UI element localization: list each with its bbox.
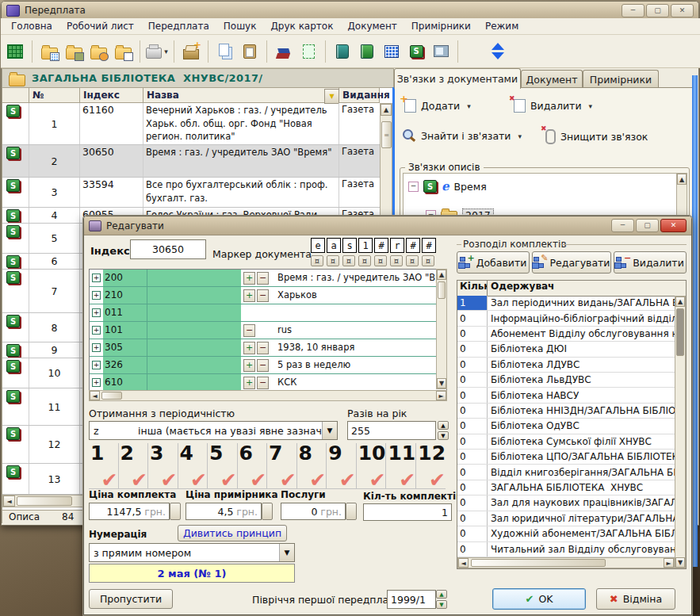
folder-page-button[interactable] [112,40,134,63]
remove-subfield-button[interactable]: − [257,342,269,354]
price-calc-button[interactable] [262,503,273,520]
marc-vscrollbar[interactable]: ▲ ▼ [436,269,447,389]
marc-value[interactable]: 5 раз в неделю [274,357,446,373]
dist-row[interactable]: 0Бібліотека ОдУВС [457,419,675,434]
month-1-checkbox[interactable]: 1✔ [89,443,119,488]
dist-row[interactable]: 0Інформаційно-бібліографічний відділ/З [457,311,675,326]
month-2-checkbox[interactable]: 2✔ [119,443,149,488]
spin-up-button[interactable]: ▲ [436,590,447,599]
table-row[interactable]: S230650Время : газ. / учредитель ЗАО "Вр… [2,145,380,178]
add-subfield-button[interactable]: + [243,272,255,285]
vscroll-thumb[interactable]: ≡ [381,121,392,148]
dist-hscrollbar[interactable]: ◄ ► [457,557,675,568]
marc-row-610[interactable]: +610+−КСК [90,374,446,392]
copy-button[interactable] [214,40,236,63]
price-field[interactable]: 0грн. [281,503,346,520]
scroll-up-arrow[interactable]: ▲ [381,104,392,116]
remove-subfield-button[interactable]: − [243,324,255,337]
hscroll-thumb[interactable] [17,496,72,506]
expand-icon[interactable]: + [92,274,101,282]
dist-row[interactable]: 0Читальний зал Відділу обслуговування н [457,542,675,557]
marker-button-5[interactable]: ¤ [374,255,387,266]
expand-icon[interactable]: + [92,361,101,369]
month-6-checkbox[interactable]: 6✔ [238,443,268,488]
dist-row[interactable]: 0Бібліотека ННІЗДН/ЗАГАЛЬНА БІБЛІОТЕК [457,404,675,419]
month-11-checkbox[interactable]: 11✔ [386,443,416,488]
marc-hscrollbar[interactable]: ◄ ► [89,390,447,401]
view-principle-button[interactable]: Дивитись принцип [178,525,287,541]
menu-item-5[interactable]: Друк карток [263,19,340,33]
find-and-link-button[interactable]: Знайти і зв'язати ▾ [403,129,522,143]
dist-row[interactable]: 0Абонемент Відділу обслуговування наук [457,327,675,342]
scroll-down-arrow[interactable]: ▼ [437,378,446,388]
expand-icon[interactable]: + [92,291,101,300]
scroll-up-arrow[interactable]: ▲ [677,174,687,185]
paste-button[interactable] [239,40,261,63]
books-button[interactable] [273,40,295,63]
add-subfield-button[interactable]: + [243,289,255,302]
dist-row[interactable]: 0Бібліотека Сумської філії ХНУВС [457,434,675,450]
vscroll-thumb[interactable] [676,308,684,356]
index-field[interactable]: 30650 [130,239,206,259]
dist-row[interactable]: 0Бібліотека ЦПО/ЗАГАЛЬНА БІБЛІОТЕКА [457,450,675,465]
book-green-button[interactable] [356,40,378,63]
dist-add-button[interactable]: +Добавити [457,251,530,274]
marc-row-011[interactable]: +011 [90,304,446,322]
recipient-column-header[interactable]: Одержувач [488,281,686,296]
menu-item-2[interactable]: Робочий лист [59,19,141,33]
price-field[interactable]: 4,5грн. [186,503,262,520]
book-teal-button[interactable] [331,40,354,63]
per-year-field[interactable]: 255 [347,421,436,440]
periodicity-combo[interactable]: z інша (мається на увазі явне зазначен ▼ [89,421,338,440]
tab-2[interactable]: Документ [521,70,583,88]
marker-button-8[interactable]: ¤ [422,255,434,266]
marker-button-7[interactable]: ¤ [406,255,419,266]
scroll-right-arrow[interactable]: ► [436,391,446,400]
marker-flag-1[interactable]: e [311,238,325,253]
column-header-num[interactable]: № [29,88,80,103]
marker-button-1[interactable]: ¤ [311,255,323,266]
marc-value[interactable]: 1938, 10 января [274,339,446,356]
menu-item-1[interactable]: Головна [4,19,59,33]
skip-button[interactable]: Пропустити [89,589,173,609]
remove-subfield-button[interactable]: − [257,377,269,389]
menu-item-3[interactable]: Передплата [141,19,216,33]
dist-row[interactable]: 0ЗАГАЛЬНА БІБЛІОТЕКА ХНУВС [457,480,675,495]
card-file-button[interactable] [180,40,202,63]
menu-item-4[interactable]: Пошук [216,19,264,33]
dist-row[interactable]: 0Бібліотека ЛьвДУВС [457,373,675,388]
sets-count-field[interactable]: 1 [363,503,452,521]
dist-row[interactable]: 0Відділ книгозберігання/ЗАГАЛЬНА БІБЛІ [457,465,675,480]
count-column-header[interactable]: Кількі [457,281,488,296]
marker-flag-6[interactable]: r [390,238,404,253]
close-button[interactable]: ✕ [671,4,694,17]
price-calc-button[interactable] [346,503,357,520]
marc-value[interactable]: rus [274,322,446,339]
dist-row[interactable]: 0Зал для наукових працівників/ЗАГАЛЬНА [457,495,675,511]
sync-button[interactable] [487,40,509,63]
dist-row[interactable]: 0Бібліотека НАВСУ [457,388,675,403]
remove-subfield-button[interactable]: − [257,289,269,302]
expand-icon[interactable]: + [92,308,101,317]
numbering-combo[interactable]: з прямим номером ▼ [89,543,295,562]
marker-flag-8[interactable]: # [422,238,436,253]
ok-button[interactable]: ✔ OK [492,588,586,610]
menu-item-8[interactable]: Режим [478,19,526,33]
month-9-checkbox[interactable]: 9✔ [327,443,357,488]
table-row[interactable]: S161160Вечерний Харьков : газ. / учредит… [2,103,380,145]
delete-document-button[interactable]: Видалити ▾ [514,99,592,113]
folder-list-button[interactable] [38,40,60,63]
marc-row-101[interactable]: +101−rus [90,322,446,339]
column-header-name[interactable]: Назва [143,88,339,103]
expand-icon[interactable]: + [92,326,101,335]
scroll-left-arrow[interactable]: ◄ [90,391,100,400]
marker-flag-4[interactable]: 1 [358,238,373,253]
tab-1[interactable]: Зв'язки з документами [394,68,521,89]
folder-user-button[interactable] [87,40,109,63]
dist-row[interactable]: 0Зал юридичної літератури/ЗАГАЛЬНА БІБ [457,511,675,526]
marker-button-2[interactable]: ¤ [327,255,339,266]
minimize-button[interactable]: ─ [622,4,645,17]
add-subfield-button[interactable]: + [243,342,255,354]
price-calc-button[interactable] [170,503,181,520]
month-10-checkbox[interactable]: 10✔ [357,443,387,488]
